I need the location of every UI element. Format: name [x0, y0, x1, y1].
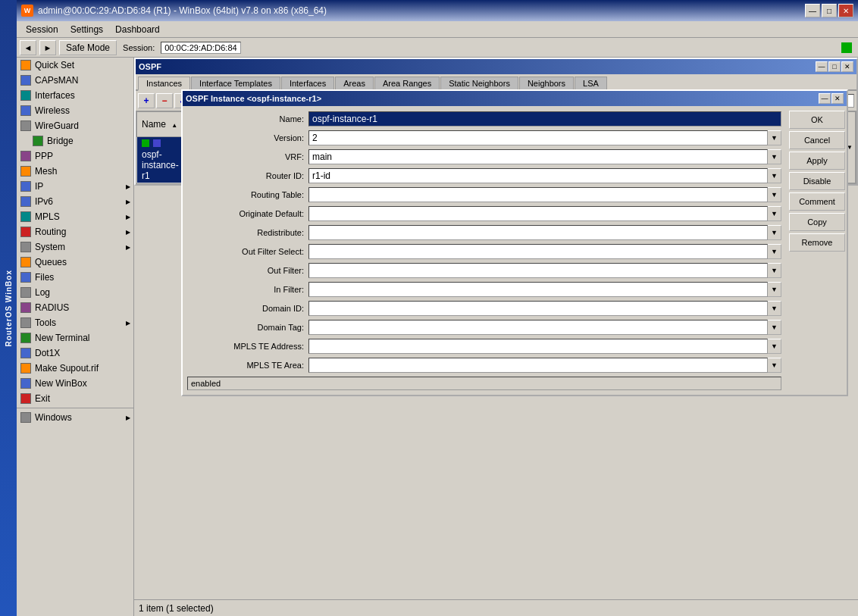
tab-neighbors[interactable]: Neighbors [519, 77, 574, 89]
sidebar-item-ip[interactable]: IP ▶ [17, 179, 133, 194]
input-routing-table[interactable] [308, 187, 768, 202]
session-value: 00:0C:29:AD:D6:84 [161, 42, 240, 54]
input-out-filter-select[interactable] [308, 244, 768, 259]
out-filter-select-dropdown-button[interactable]: ▼ [768, 244, 781, 259]
input-domain-tag-wrapper: ▼ [308, 320, 781, 335]
tab-interface-templates[interactable]: Interface Templates [191, 77, 280, 89]
sidebar-item-wireless[interactable]: Wireless [17, 103, 133, 118]
col-name[interactable]: Name ▲ [137, 112, 184, 137]
in-filter-dropdown-button[interactable]: ▼ [768, 282, 781, 297]
redistribute-dropdown-button[interactable]: ▼ [768, 225, 781, 240]
sidebar-item-interfaces[interactable]: Interfaces [17, 88, 133, 103]
input-version[interactable]: 2 [308, 130, 768, 145]
input-originate-default[interactable] [308, 206, 768, 221]
session-label: Session: [123, 43, 155, 52]
menu-settings[interactable]: Settings [64, 23, 109, 36]
close-button[interactable]: ✕ [838, 4, 853, 17]
label-version: Version: [187, 133, 308, 142]
input-redistribute[interactable] [308, 225, 768, 240]
input-router-id-wrapper: r1-id ▼ [308, 168, 781, 183]
tab-static-neighbors[interactable]: Static Neighbors [440, 77, 518, 89]
disable-button[interactable]: Disable [789, 172, 845, 190]
cancel-button[interactable]: Cancel [789, 131, 845, 149]
mpls-te-address-dropdown-button[interactable]: ▼ [768, 339, 781, 354]
ospf-minimize-button[interactable]: — [816, 61, 828, 72]
ospf-window: OSPF — □ ✕ Instances Interface Templates… [134, 58, 858, 186]
sidebar-item-new-winbox[interactable]: New WinBox [17, 376, 133, 391]
sidebar-item-routing[interactable]: Routing ▶ [17, 224, 133, 239]
input-router-id[interactable]: r1-id [308, 168, 768, 183]
sidebar-item-wireguard[interactable]: WireGuard [17, 118, 133, 133]
minimize-button[interactable]: — [805, 4, 820, 17]
dialog-minimize-button[interactable]: — [819, 93, 831, 104]
remove-button[interactable]: Remove [789, 233, 845, 252]
sidebar-item-capsman[interactable]: CAPsMAN [17, 73, 133, 88]
sidebar-item-windows[interactable]: Windows ▶ [17, 410, 133, 425]
sidebar-item-queues[interactable]: Queues [17, 255, 133, 270]
sidebar-item-files[interactable]: Files [17, 270, 133, 285]
routing-table-dropdown-button[interactable]: ▼ [768, 187, 781, 202]
input-mpls-te-address[interactable] [308, 339, 768, 354]
copy-button[interactable]: Copy [789, 213, 845, 231]
label-out-filter-select: Out Filter Select: [187, 247, 308, 256]
ospf-close-button[interactable]: ✕ [841, 61, 853, 72]
sidebar-item-ppp[interactable]: PPP [17, 149, 133, 164]
dialog-status: enabled [191, 379, 221, 388]
sidebar-item-exit[interactable]: Exit [17, 391, 133, 406]
sidebar-item-bridge[interactable]: Bridge [17, 133, 133, 149]
delete-button[interactable]: − [156, 93, 173, 108]
sidebar-item-radius[interactable]: RADIUS [17, 300, 133, 315]
sidebar-item-dot1x[interactable]: Dot1X [17, 346, 133, 361]
input-vrf[interactable]: main [308, 149, 768, 164]
input-vrf-wrapper: main ▼ [308, 149, 781, 164]
domain-tag-dropdown-button[interactable]: ▼ [768, 320, 781, 335]
vrf-dropdown-button[interactable]: ▼ [768, 149, 781, 164]
apply-button[interactable]: Apply [789, 152, 845, 170]
dialog-close-button[interactable]: ✕ [831, 93, 844, 104]
sidebar-item-log[interactable]: Log [17, 285, 133, 300]
sidebar-item-ipv6[interactable]: IPv6 ▶ [17, 194, 133, 209]
tab-areas[interactable]: Areas [335, 77, 374, 89]
sidebar: Quick Set CAPsMAN Interfaces Wireless Wi… [17, 58, 134, 616]
out-filter-dropdown-button[interactable]: ▼ [768, 263, 781, 278]
sidebar-item-new-terminal[interactable]: New Terminal [17, 330, 133, 346]
input-in-filter[interactable] [308, 282, 768, 297]
sidebar-item-system[interactable]: System ▶ [17, 239, 133, 255]
input-domain-tag[interactable] [308, 320, 768, 335]
title-bar: W admin@00:0C:29:AD:D6:84 (R1) - WinBox … [17, 0, 858, 21]
ospf-tabs: Instances Interface Templates Interfaces… [136, 74, 856, 91]
input-name[interactable]: ospf-instance-r1 [308, 111, 781, 127]
row-status-icon [142, 139, 149, 147]
sidebar-item-tools[interactable]: Tools ▶ [17, 315, 133, 330]
originate-default-dropdown-button[interactable]: ▼ [768, 206, 781, 221]
label-domain-tag: Domain Tag: [187, 323, 308, 332]
system-arrow-icon: ▶ [126, 244, 130, 251]
sidebar-item-quickset[interactable]: Quick Set [17, 58, 133, 73]
input-domain-id[interactable] [308, 301, 768, 316]
ospf-window-title: OSPF [139, 62, 161, 71]
router-id-dropdown-button[interactable]: ▼ [768, 168, 781, 183]
field-mpls-te-address: MPLS TE Address: ▼ [187, 338, 781, 355]
input-out-filter[interactable] [308, 263, 768, 278]
comment-button[interactable]: Comment [789, 192, 845, 211]
menu-session[interactable]: Session [20, 23, 64, 36]
input-mpls-te-area[interactable] [308, 358, 768, 373]
add-button[interactable]: + [138, 93, 155, 108]
mpls-te-area-dropdown-button[interactable]: ▼ [768, 358, 781, 373]
safe-mode-button[interactable]: Safe Mode [59, 40, 117, 55]
sidebar-item-mesh[interactable]: Mesh [17, 164, 133, 179]
tab-area-ranges[interactable]: Area Ranges [374, 77, 440, 89]
tab-lsa[interactable]: LSA [575, 77, 607, 89]
tab-interfaces[interactable]: Interfaces [281, 77, 334, 89]
maximize-button[interactable]: □ [822, 4, 837, 17]
cell-name: ospf-instance-r1 [137, 137, 184, 183]
domain-id-dropdown-button[interactable]: ▼ [768, 301, 781, 316]
menu-dashboard[interactable]: Dashboard [109, 23, 166, 36]
version-dropdown-button[interactable]: ▼ [768, 130, 781, 145]
sidebar-item-make-supout[interactable]: Make Supout.rif [17, 361, 133, 376]
ok-button[interactable]: OK [789, 111, 845, 129]
sidebar-item-mpls[interactable]: MPLS ▶ [17, 209, 133, 224]
forward-button[interactable]: ► [39, 40, 56, 55]
ospf-maximize-button[interactable]: □ [828, 61, 841, 72]
back-button[interactable]: ◄ [20, 40, 36, 55]
